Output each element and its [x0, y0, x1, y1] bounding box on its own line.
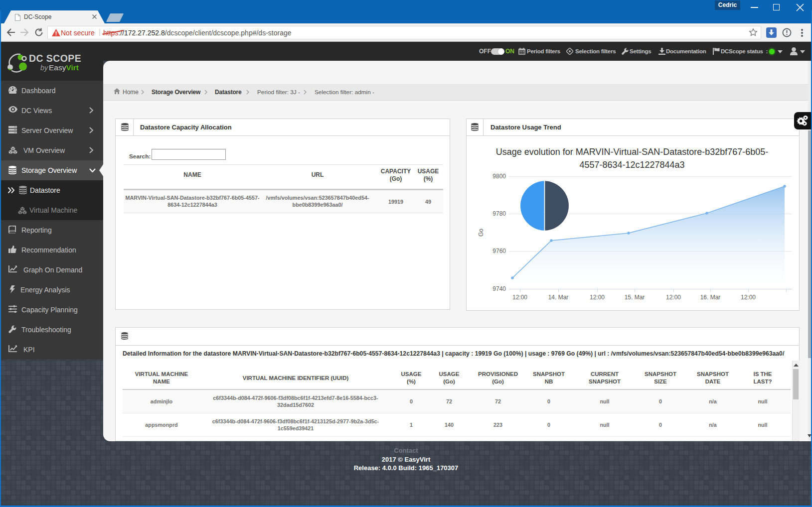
svg-text:9800: 9800	[492, 173, 506, 180]
svg-text:9780: 9780	[492, 210, 506, 217]
svg-text:12:00: 12:00	[512, 294, 527, 301]
svg-text:14. Mar: 14. Mar	[548, 294, 569, 301]
svg-text:9760: 9760	[492, 248, 506, 254]
svg-text:by: by	[40, 64, 48, 72]
svg-text:EasyVirt: EasyVirt	[49, 63, 79, 72]
svg-text:12:00: 12:00	[741, 294, 756, 301]
svg-text:16. Mar: 16. Mar	[700, 294, 721, 301]
svg-text:15. Mar: 15. Mar	[625, 294, 645, 301]
svg-text:12:00: 12:00	[590, 294, 605, 301]
svg-text:Usage evolution for MARVIN-Vir: Usage evolution for MARVIN-Virtual-SAN-D…	[496, 147, 769, 157]
svg-text:DC SCOPE: DC SCOPE	[29, 53, 81, 64]
svg-text:9740: 9740	[492, 285, 506, 292]
svg-text:4557-8634-12c1227844a3: 4557-8634-12c1227844a3	[579, 160, 684, 170]
svg-text:Go: Go	[478, 229, 485, 237]
svg-text:12:00: 12:00	[666, 294, 681, 301]
